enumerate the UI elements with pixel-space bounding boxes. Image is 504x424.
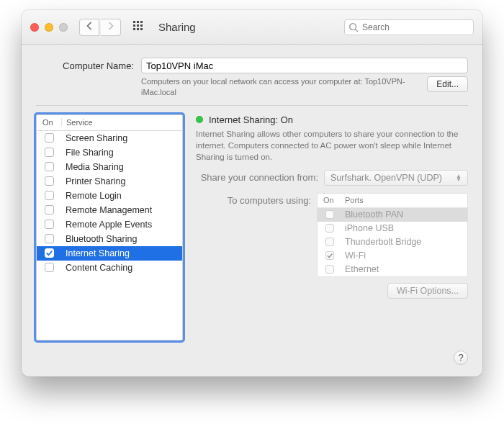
port-row[interactable]: Thunderbolt Bridge bbox=[318, 235, 467, 249]
ports-list[interactable]: On Ports Bluetooth PANiPhone USBThunderb… bbox=[317, 193, 468, 277]
to-computers-label: To computers using: bbox=[196, 193, 311, 206]
svg-rect-4 bbox=[137, 24, 139, 27]
services-list[interactable]: On Service Screen SharingFile SharingMed… bbox=[36, 114, 183, 340]
nav-buttons bbox=[79, 19, 121, 36]
section-divider bbox=[36, 105, 468, 106]
service-description: Internet Sharing allows other computers … bbox=[196, 128, 468, 163]
minimize-window-button[interactable] bbox=[45, 23, 53, 32]
port-checkbox[interactable] bbox=[325, 238, 334, 246]
service-checkbox[interactable] bbox=[45, 220, 54, 229]
zoom-window-button[interactable] bbox=[59, 23, 68, 32]
service-row[interactable]: Printer Sharing bbox=[37, 174, 182, 189]
ports-header-ports: Ports bbox=[342, 196, 467, 204]
back-button[interactable] bbox=[79, 19, 99, 36]
share-from-label: Share your connection from: bbox=[196, 170, 318, 183]
sharing-prefpane-window: Sharing Computer Name: Computers on your… bbox=[22, 10, 482, 376]
help-button[interactable]: ? bbox=[454, 351, 468, 365]
status-title: Internet Sharing: On bbox=[209, 114, 293, 125]
service-label: File Sharing bbox=[61, 148, 182, 158]
service-row[interactable]: Bluetooth Sharing bbox=[37, 232, 182, 246]
port-label: Ethernet bbox=[342, 264, 467, 274]
service-label: Content Caching bbox=[61, 263, 182, 273]
service-label: Internet Sharing bbox=[61, 248, 182, 258]
search-input[interactable] bbox=[344, 19, 474, 35]
port-row[interactable]: Bluetooth PAN bbox=[318, 208, 467, 222]
service-label: Media Sharing bbox=[61, 162, 182, 172]
svg-rect-8 bbox=[140, 28, 143, 30]
edit-hostname-button[interactable]: Edit... bbox=[427, 76, 468, 92]
close-window-button[interactable] bbox=[30, 23, 39, 32]
svg-rect-5 bbox=[140, 24, 143, 27]
services-header-service: Service bbox=[61, 118, 182, 127]
service-label: Printer Sharing bbox=[61, 176, 182, 186]
port-label: Wi-Fi bbox=[342, 251, 467, 261]
port-checkbox[interactable] bbox=[325, 251, 334, 260]
port-row[interactable]: Wi-Fi bbox=[318, 249, 467, 263]
page-title: Sharing bbox=[158, 21, 196, 33]
service-row[interactable]: Media Sharing bbox=[37, 160, 182, 174]
svg-line-10 bbox=[356, 29, 359, 32]
service-checkbox[interactable] bbox=[45, 205, 54, 215]
service-checkbox[interactable] bbox=[45, 263, 54, 272]
port-row[interactable]: iPhone USB bbox=[318, 222, 467, 235]
service-row[interactable]: Remote Management bbox=[37, 203, 182, 217]
service-row[interactable]: File Sharing bbox=[37, 145, 182, 160]
popup-arrows-icon: ▲▼ bbox=[453, 174, 464, 181]
port-checkbox[interactable] bbox=[325, 265, 334, 274]
forward-button[interactable] bbox=[101, 19, 121, 36]
status-indicator-icon bbox=[196, 116, 203, 123]
services-header-on: On bbox=[37, 118, 61, 127]
chevron-right-icon bbox=[107, 22, 114, 32]
share-from-value: Surfshark. OpenVPN (UDP) bbox=[330, 173, 442, 183]
service-label: Bluetooth Sharing bbox=[61, 234, 182, 244]
service-row[interactable]: Remote Apple Events bbox=[37, 217, 182, 232]
port-row[interactable]: Ethernet bbox=[318, 263, 467, 276]
svg-rect-1 bbox=[137, 21, 139, 23]
svg-point-9 bbox=[350, 23, 356, 30]
service-label: Remote Apple Events bbox=[61, 220, 182, 230]
service-checkbox[interactable] bbox=[45, 148, 54, 157]
port-checkbox[interactable] bbox=[325, 210, 334, 219]
service-row[interactable]: Remote Login bbox=[37, 189, 182, 203]
grid-icon bbox=[132, 20, 144, 34]
port-label: Thunderbolt Bridge bbox=[342, 237, 467, 247]
ports-header-on: On bbox=[318, 196, 342, 204]
service-checkbox[interactable] bbox=[45, 162, 54, 171]
computer-name-description: Computers on your local network can acce… bbox=[141, 76, 420, 98]
ports-list-header: On Ports bbox=[318, 194, 467, 208]
service-row[interactable]: Screen Sharing bbox=[37, 131, 182, 145]
port-label: Bluetooth PAN bbox=[342, 209, 467, 220]
service-row[interactable]: Internet Sharing bbox=[37, 246, 182, 261]
svg-rect-7 bbox=[137, 28, 139, 30]
port-checkbox[interactable] bbox=[325, 224, 334, 233]
svg-rect-0 bbox=[133, 21, 135, 23]
service-label: Remote Login bbox=[61, 191, 182, 201]
share-from-popup[interactable]: Surfshark. OpenVPN (UDP) ▲▼ bbox=[324, 170, 468, 186]
service-checkbox[interactable] bbox=[45, 248, 54, 258]
service-checkbox[interactable] bbox=[45, 234, 54, 243]
svg-rect-2 bbox=[140, 21, 143, 23]
services-list-header: On Service bbox=[37, 115, 182, 131]
wifi-options-button[interactable]: Wi-Fi Options... bbox=[387, 283, 468, 299]
service-checkbox[interactable] bbox=[45, 176, 54, 186]
service-row[interactable]: Content Caching bbox=[37, 261, 182, 275]
service-label: Remote Management bbox=[61, 205, 182, 215]
svg-rect-6 bbox=[133, 28, 135, 30]
search-field-wrap bbox=[344, 19, 474, 35]
service-checkbox[interactable] bbox=[45, 133, 54, 143]
svg-rect-3 bbox=[133, 24, 135, 27]
service-checkbox[interactable] bbox=[45, 191, 54, 200]
computer-name-input[interactable] bbox=[141, 58, 468, 73]
service-label: Screen Sharing bbox=[61, 133, 182, 143]
computer-name-label: Computer Name: bbox=[36, 60, 134, 71]
service-detail-pane: Internet Sharing: On Internet Sharing al… bbox=[196, 114, 468, 306]
chevron-left-icon bbox=[86, 22, 93, 32]
port-label: iPhone USB bbox=[342, 223, 467, 233]
show-all-prefs-button[interactable] bbox=[128, 19, 148, 36]
toolbar: Sharing bbox=[22, 10, 482, 45]
window-controls bbox=[30, 23, 68, 32]
